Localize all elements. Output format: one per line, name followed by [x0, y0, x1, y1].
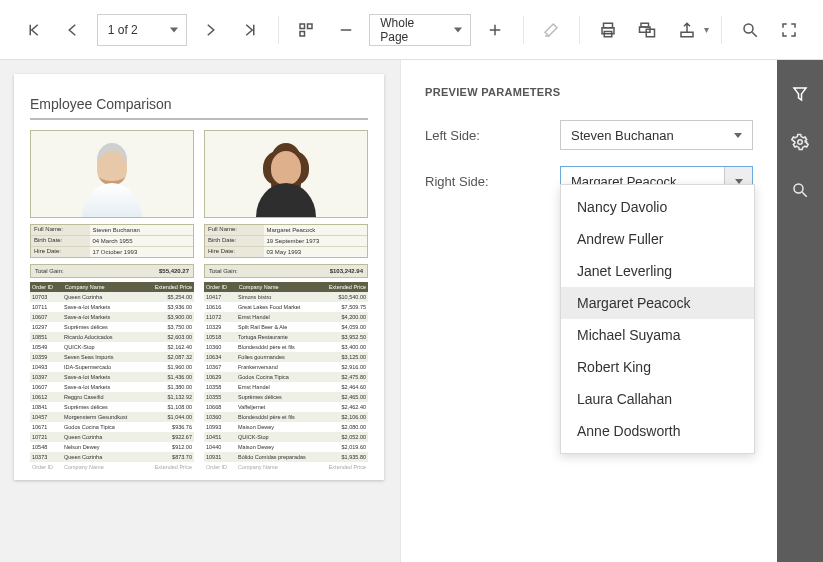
table-row: 10993Maison Dewey$2,080.00 [204, 422, 368, 432]
separator [721, 16, 722, 44]
table-row: 10518Tortuga Restaurante$3,952.50 [204, 332, 368, 342]
dropdown-option[interactable]: Janet Leverling [561, 255, 754, 287]
table-row: 10355Suprêmes délices$2,465.00 [204, 392, 368, 402]
export-button[interactable] [671, 14, 702, 46]
comparison-columns: Full Name:Steven Buchanan Birth Date:04 … [30, 130, 368, 472]
select-value: Steven Buchanan [571, 128, 674, 143]
dropdown-option[interactable]: Laura Callahan [561, 383, 754, 415]
svg-line-14 [752, 32, 757, 37]
dropdown-option[interactable]: Andrew Fuller [561, 223, 754, 255]
svg-rect-2 [300, 31, 305, 36]
multipage-button[interactable] [290, 14, 321, 46]
print-button[interactable] [592, 14, 623, 46]
table-row: 10359Seven Seas Imports$2,087.32 [30, 352, 194, 362]
svg-rect-12 [681, 32, 693, 37]
total-gain: Total Gain:$55,420.27 [30, 264, 194, 278]
table-row: 10493IDA-Supermercado$1,960.00 [30, 362, 194, 372]
table-row: 10440Maison Dewey$2,019.60 [204, 442, 368, 452]
table-row: 10721Queen Cozinha$922.67 [30, 432, 194, 442]
parameters-panel: PREVIEW PARAMETERS Left Side: Steven Buc… [400, 60, 777, 562]
page-select[interactable]: 1 of 2 [97, 14, 187, 46]
search-tab-button[interactable] [790, 180, 810, 200]
table-row: 10629Godos Cocina Tipica$2,475.80 [204, 372, 368, 382]
chevron-down-icon [724, 121, 752, 149]
side-rail [777, 60, 823, 562]
table-row: 10360Blondesddsl père et fils$3,400.00 [204, 342, 368, 352]
dropdown-option[interactable]: Anne Dodsworth [561, 415, 754, 447]
employee-photo [30, 130, 194, 218]
table-row: 10451QUICK-Stop$2,052.00 [204, 432, 368, 442]
fullscreen-button[interactable] [774, 14, 805, 46]
print-page-button[interactable] [631, 14, 662, 46]
svg-point-15 [798, 140, 803, 145]
table-header: Order ID Company Name Extended Price [204, 282, 368, 292]
dropdown-option[interactable]: Robert King [561, 351, 754, 383]
table-row: 10607Save-a-lot Markets$3,900.00 [30, 312, 194, 322]
right-employee-column: Full Name:Margaret Peacock Birth Date:19… [204, 130, 368, 472]
search-button[interactable] [734, 14, 765, 46]
employee-info: Full Name:Margaret Peacock Birth Date:19… [204, 224, 368, 258]
table-row: 11072Ernst Handel$4,200.00 [204, 312, 368, 322]
table-row: 10841Suprêmes délices$1,108.00 [30, 402, 194, 412]
page-indicator: 1 of 2 [108, 23, 138, 37]
table-row: 10607Save-a-lot Markets$1,380.00 [30, 382, 194, 392]
table-row: 10329Split Rail Beer & Ale$4,059.00 [204, 322, 368, 332]
last-page-button[interactable] [234, 14, 265, 46]
total-gain: Total Gain:$103,242.94 [204, 264, 368, 278]
separator [278, 16, 279, 44]
right-side-dropdown: Nancy DavolioAndrew FullerJanet Leverlin… [560, 184, 755, 454]
export-options-tab-button[interactable] [790, 132, 810, 152]
next-page-button[interactable] [195, 14, 226, 46]
table-row: 10373Queen Cozinha$873.70 [30, 452, 194, 462]
table-row: 10367Frankenversand$2,916.00 [204, 362, 368, 372]
table-row: 10297Suprêmes délices$3,750.00 [30, 322, 194, 332]
first-page-button[interactable] [18, 14, 49, 46]
employee-photo [204, 130, 368, 218]
table-row: 10634Folies gourmandes$3,125.00 [204, 352, 368, 362]
separator [523, 16, 524, 44]
table-row: 10711Save-a-lot Markets$3,936.00 [30, 302, 194, 312]
svg-line-17 [802, 192, 807, 197]
document-preview-area[interactable]: Employee Comparison Full Name:Steven Buc… [0, 60, 400, 562]
left-side-select[interactable]: Steven Buchanan [560, 120, 753, 150]
zoom-out-button[interactable] [330, 14, 361, 46]
table-row: 10549QUICK-Stop$2,162.40 [30, 342, 194, 352]
table-row: 10851Ricardo Adocicados$2,603.00 [30, 332, 194, 342]
table-header: Order ID Company Name Extended Price [30, 282, 194, 292]
export-caret-icon: ▾ [704, 24, 709, 35]
workspace: Employee Comparison Full Name:Steven Buc… [0, 60, 823, 562]
prev-page-button[interactable] [57, 14, 88, 46]
report-title: Employee Comparison [30, 96, 368, 120]
table-row: 10703Queen Cozinha$5,254.00 [30, 292, 194, 302]
dropdown-option[interactable]: Margaret Peacock [561, 287, 754, 319]
svg-point-13 [744, 24, 753, 33]
left-employee-column: Full Name:Steven Buchanan Birth Date:04 … [30, 130, 194, 472]
table-row: 10548Nelson Dewey$912.00 [30, 442, 194, 452]
toolbar: 1 of 2 Whole Page ▾ [0, 0, 823, 60]
zoom-mode: Whole Page [380, 16, 444, 44]
report-page: Employee Comparison Full Name:Steven Buc… [14, 74, 384, 480]
zoom-in-button[interactable] [479, 14, 510, 46]
dropdown-option[interactable]: Nancy Davolio [561, 191, 754, 223]
param-row-left: Left Side: Steven Buchanan [425, 120, 753, 150]
zoom-select[interactable]: Whole Page [369, 14, 471, 46]
table-row: 10358Ernst Handel$2,464.60 [204, 382, 368, 392]
table-row: 10671Godos Cocina Tipica$936.76 [30, 422, 194, 432]
table-row: 10457Morgensterm Gesundkost$1,044.00 [30, 412, 194, 422]
table-footer: Order ID Company Name Extended Price [204, 462, 368, 472]
svg-rect-0 [300, 24, 305, 29]
table-row: 10612Reggro Caseifid$1,132.92 [30, 392, 194, 402]
parameters-tab-button[interactable] [790, 84, 810, 104]
table-row: 10417Simons bistro$10,540.00 [204, 292, 368, 302]
table-row: 10616Great Lakes Food Market$7,509.75 [204, 302, 368, 312]
table-row: 10668Vaffeljernet$2,462.40 [204, 402, 368, 412]
table-row: 10931Bólido Comidas preparadas$1,935.80 [204, 452, 368, 462]
param-label: Right Side: [425, 174, 560, 189]
svg-rect-1 [308, 24, 313, 29]
dropdown-option[interactable]: Michael Suyama [561, 319, 754, 351]
highlight-editing-button[interactable] [536, 14, 567, 46]
separator [579, 16, 580, 44]
table-row: 10360Blondesddsl père et fils$2,106.00 [204, 412, 368, 422]
param-label: Left Side: [425, 128, 560, 143]
employee-info: Full Name:Steven Buchanan Birth Date:04 … [30, 224, 194, 258]
